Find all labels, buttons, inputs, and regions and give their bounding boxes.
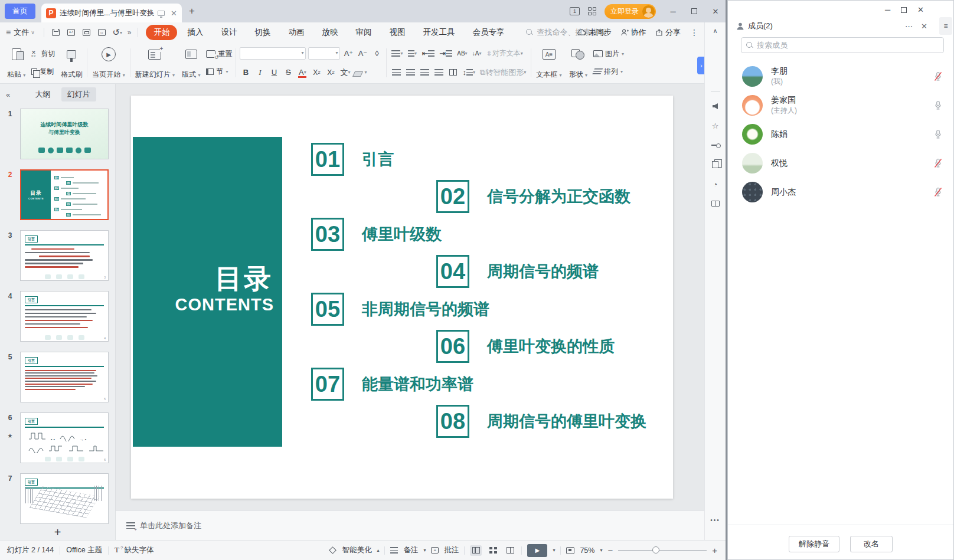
tab-transition[interactable]: 切换 bbox=[247, 25, 278, 40]
section-button[interactable]: 节 ▾ bbox=[204, 66, 234, 77]
tab-slideshow[interactable]: 放映 bbox=[314, 25, 345, 40]
member-search-input[interactable] bbox=[757, 41, 939, 50]
slide-thumbnail-5[interactable]: 5 引言 5 bbox=[0, 352, 115, 402]
star-icon[interactable]: ☆ bbox=[710, 120, 721, 131]
fit-slide-icon[interactable] bbox=[566, 547, 574, 554]
print-button[interactable] bbox=[80, 27, 93, 38]
tab-design[interactable]: 设计 bbox=[213, 25, 244, 40]
add-slide-button[interactable]: + bbox=[0, 525, 115, 540]
toc-item-01[interactable]: 01 引言 bbox=[311, 143, 394, 176]
italic-button[interactable]: I bbox=[254, 66, 266, 78]
normal-view-button[interactable] bbox=[470, 545, 482, 556]
sync-status[interactable]: 未同步 bbox=[577, 27, 612, 38]
member-row[interactable]: 周小杰 bbox=[728, 178, 953, 207]
close-button[interactable]: ✕ bbox=[711, 7, 720, 16]
mic-icon[interactable] bbox=[933, 100, 943, 110]
arrange-button[interactable]: 排列 ▾ bbox=[591, 66, 626, 77]
picture-button[interactable]: 图片 ▾ bbox=[591, 48, 626, 60]
tab-grid-icon[interactable] bbox=[588, 7, 596, 15]
underline-button[interactable]: U bbox=[268, 66, 280, 78]
slide-canvas[interactable]: 目录 CONTENTS 01 引言 02 信号分解为正交函数 03 傅里叶级数 bbox=[116, 84, 726, 510]
file-menu-caret-icon[interactable]: ∨ bbox=[31, 30, 35, 35]
member-row[interactable]: 陈娟 bbox=[728, 120, 953, 149]
slider-icon[interactable] bbox=[710, 140, 721, 150]
present-monitor-icon[interactable] bbox=[158, 11, 165, 16]
tab-view[interactable]: 视图 bbox=[381, 25, 413, 40]
announce-icon[interactable] bbox=[710, 101, 721, 112]
slide-thumbnail-3[interactable]: 3 引言 3 bbox=[0, 230, 115, 281]
mic-muted-icon[interactable] bbox=[933, 158, 943, 168]
rename-button[interactable]: 改名 bbox=[850, 536, 893, 552]
strip-more-icon[interactable]: ••• bbox=[710, 517, 720, 523]
tab-home[interactable]: 开始 bbox=[146, 25, 177, 40]
distribute-button[interactable] bbox=[447, 66, 459, 78]
increase-indent-button[interactable]: ⇥ bbox=[438, 47, 453, 60]
slideshow-play-button[interactable]: ▶ bbox=[527, 544, 547, 557]
slide-thumbnail-2-selected[interactable]: 2 目录 CONTENTS 01 02 03 04 05 06 bbox=[0, 169, 115, 220]
minimize-button[interactable]: ─ bbox=[885, 5, 890, 14]
notes-caret-icon[interactable]: ▾ bbox=[423, 548, 426, 553]
tab-insert[interactable]: 插入 bbox=[179, 25, 211, 40]
compass-icon[interactable]: ◔ bbox=[710, 179, 721, 189]
align-right-button[interactable] bbox=[419, 66, 430, 78]
beautify-caret-icon[interactable]: ▴ bbox=[377, 548, 379, 553]
slide-thumbnail-6[interactable]: 6 ★ 引言 • • → • bbox=[0, 412, 115, 463]
notes-bar[interactable]: 单击此处添加备注 bbox=[116, 510, 726, 540]
zoom-out-button[interactable]: − bbox=[607, 545, 613, 555]
zoom-slider-knob[interactable] bbox=[652, 546, 659, 554]
close-tab-icon[interactable]: ✕ bbox=[171, 9, 177, 18]
mic-muted-icon[interactable] bbox=[933, 71, 943, 81]
slide-thumbnail-4[interactable]: 4 引言 4 bbox=[0, 291, 115, 342]
notes-toggle-button[interactable]: 备注 bbox=[403, 545, 418, 555]
bold-button[interactable]: B bbox=[240, 66, 251, 78]
slide-sorter-view-button[interactable] bbox=[487, 545, 499, 556]
outline-tab[interactable]: 大纲 bbox=[30, 87, 57, 101]
tab-developer[interactable]: 开发工具 bbox=[415, 25, 462, 40]
font-size-select[interactable] bbox=[308, 47, 340, 60]
superscript-button[interactable]: X2 bbox=[311, 66, 322, 78]
phonetic-guide-button[interactable]: 文▾ bbox=[339, 66, 351, 78]
strikethrough-button[interactable]: S bbox=[282, 66, 294, 78]
tab-animation[interactable]: 动画 bbox=[280, 25, 312, 40]
member-search-box[interactable] bbox=[741, 37, 944, 53]
export-button[interactable] bbox=[65, 27, 78, 38]
new-tab-button[interactable]: + bbox=[189, 5, 195, 17]
justify-button[interactable] bbox=[433, 66, 445, 78]
missing-font-indicator[interactable]: T?缺失字体 bbox=[115, 545, 153, 555]
print-preview-button[interactable] bbox=[96, 27, 109, 38]
member-row[interactable]: 李朋 (我) bbox=[728, 62, 953, 91]
toc-item-08[interactable]: 08 周期信号的傅里叶变换 bbox=[436, 405, 646, 438]
zoom-level[interactable]: 75% bbox=[580, 546, 594, 555]
decrease-font-button[interactable]: A⁻ bbox=[357, 47, 368, 60]
numbered-list-button[interactable]: ▾ bbox=[406, 47, 418, 60]
smart-beautify-button[interactable]: 智能美化 bbox=[342, 545, 371, 555]
play-from-current-button[interactable]: ▶ 当页开始 ▾ bbox=[89, 45, 128, 81]
toc-item-05[interactable]: 05 非周期信号的频谱 bbox=[311, 293, 489, 326]
bullet-list-button[interactable]: ▾ bbox=[390, 47, 404, 60]
theme-name[interactable]: Office 主题 bbox=[66, 545, 102, 555]
copy-button[interactable]: 复制 bbox=[29, 66, 57, 77]
save-button[interactable] bbox=[50, 27, 63, 38]
members-close-icon[interactable]: ✕ bbox=[921, 22, 927, 31]
slides-tab[interactable]: 幻灯片 bbox=[61, 87, 96, 101]
reset-button[interactable]: 重置 bbox=[204, 48, 234, 60]
zoom-in-button[interactable]: + bbox=[712, 545, 717, 555]
paste-button[interactable]: 粘贴 ▾ bbox=[4, 45, 29, 81]
align-text-button[interactable]: ⇳ 对齐文本▾ bbox=[485, 47, 524, 60]
member-row[interactable]: 姜家国 (主持人) bbox=[728, 91, 953, 120]
format-painter-button[interactable]: 格式刷 bbox=[57, 45, 86, 81]
cut-button[interactable]: 剪切 bbox=[29, 48, 57, 60]
hamburger-icon[interactable]: ≡ bbox=[6, 28, 11, 37]
share-button[interactable]: 分享 bbox=[655, 27, 681, 38]
toc-item-06[interactable]: 06 傅里叶变换的性质 bbox=[436, 330, 615, 363]
unmute-button[interactable]: 解除静音 bbox=[789, 536, 839, 552]
reading-view-button[interactable] bbox=[504, 545, 516, 556]
close-button[interactable]: ✕ bbox=[917, 5, 924, 14]
pages-icon[interactable] bbox=[710, 159, 721, 170]
mic-icon[interactable] bbox=[933, 129, 943, 139]
shapes-button[interactable]: 形状 ▾ bbox=[566, 45, 591, 81]
undo-button[interactable]: ↺▾ bbox=[111, 27, 124, 38]
panel-menu-icon[interactable]: ≡ bbox=[939, 17, 952, 35]
members-more-icon[interactable]: ⋯ bbox=[905, 22, 913, 31]
document-tab[interactable]: P 连续时间傅里...与傅里叶变换 ✕ bbox=[41, 4, 182, 22]
